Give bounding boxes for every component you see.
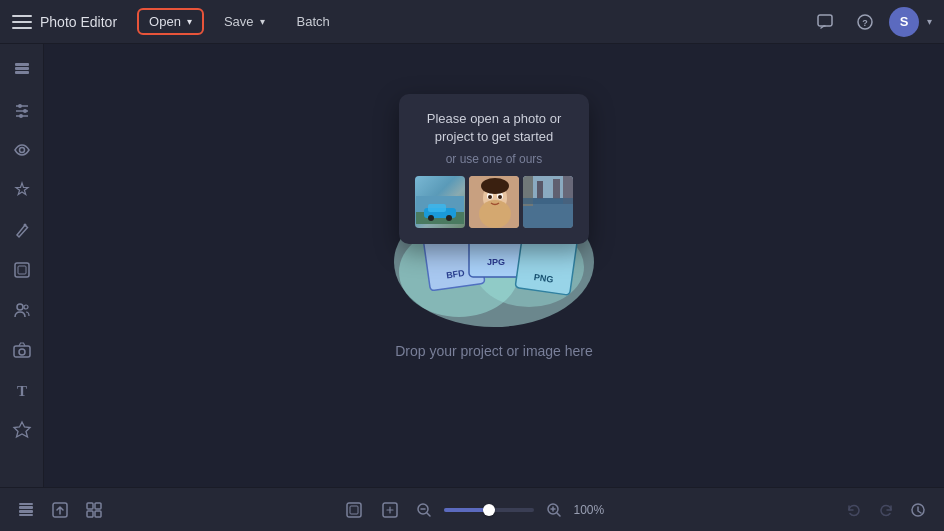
sidebar-item-text[interactable]: T — [4, 372, 40, 408]
svg-text:T: T — [17, 383, 27, 399]
header-right: ? S ▾ — [809, 6, 932, 38]
drop-text: Drop your project or image here — [395, 343, 593, 359]
export-bottom-icon[interactable] — [46, 496, 74, 524]
svg-rect-40 — [537, 181, 543, 199]
svg-text:JPG: JPG — [487, 257, 505, 267]
svg-point-27 — [446, 215, 452, 221]
grid-bottom-icon[interactable] — [80, 496, 108, 524]
svg-rect-64 — [347, 503, 361, 517]
zoom-controls: 100% — [340, 496, 609, 524]
svg-point-13 — [23, 224, 26, 227]
zoom-thumb[interactable] — [483, 504, 495, 516]
transform-icon[interactable] — [376, 496, 404, 524]
sidebar-item-retouch[interactable] — [4, 212, 40, 248]
sidebar-item-camera[interactable] — [4, 332, 40, 368]
svg-rect-61 — [95, 503, 101, 509]
history-button[interactable] — [904, 496, 932, 524]
svg-point-34 — [498, 195, 502, 199]
redo-button[interactable] — [872, 496, 900, 524]
open-chevron-icon: ▾ — [187, 16, 192, 27]
svg-rect-41 — [553, 179, 560, 199]
svg-point-33 — [488, 195, 492, 199]
svg-rect-42 — [523, 198, 573, 204]
svg-rect-57 — [19, 510, 33, 513]
zoom-slider[interactable] — [444, 508, 534, 512]
svg-point-12 — [19, 148, 24, 153]
svg-rect-14 — [15, 263, 29, 277]
undo-button[interactable] — [840, 496, 868, 524]
svg-point-7 — [18, 104, 22, 108]
svg-rect-63 — [95, 511, 101, 517]
svg-rect-65 — [350, 506, 358, 514]
thumbnail-car[interactable] — [415, 176, 465, 228]
svg-point-19 — [19, 349, 25, 355]
header: Photo Editor Open ▾ Save ▾ Batch ? S ▾ — [0, 0, 944, 44]
sidebar-item-overlay[interactable] — [4, 252, 40, 288]
sidebar-item-badge[interactable] — [4, 412, 40, 448]
svg-line-69 — [427, 513, 430, 516]
svg-rect-0 — [818, 15, 832, 26]
frame-icon[interactable] — [340, 496, 368, 524]
popup-title: Please open a photo or project to get st… — [415, 110, 573, 146]
save-chevron-icon: ▾ — [260, 16, 265, 27]
svg-point-17 — [24, 305, 28, 309]
bottom-bar: 100% — [0, 487, 944, 531]
avatar-chevron-icon[interactable]: ▾ — [927, 16, 932, 27]
svg-text:?: ? — [862, 18, 868, 28]
zoom-value: 100% — [574, 503, 609, 517]
popup-thumbnails — [415, 176, 573, 228]
app-title: Photo Editor — [40, 14, 117, 30]
layers-bottom-icon[interactable] — [12, 496, 40, 524]
sidebar-item-eye[interactable] — [4, 132, 40, 168]
sidebar-item-adjustments[interactable] — [4, 92, 40, 128]
bottom-center: 100% — [116, 496, 832, 524]
svg-point-26 — [428, 215, 434, 221]
svg-rect-55 — [19, 506, 33, 509]
save-button[interactable]: Save ▾ — [212, 9, 277, 34]
zoom-out-button[interactable] — [412, 498, 436, 522]
svg-rect-60 — [87, 503, 93, 509]
svg-rect-15 — [18, 266, 26, 274]
svg-line-73 — [557, 513, 560, 516]
svg-rect-3 — [15, 67, 29, 70]
zoom-in-button[interactable] — [542, 498, 566, 522]
menu-icon[interactable] — [12, 15, 32, 29]
popup-sub: or use one of ours — [415, 152, 573, 166]
app-logo: Photo Editor — [12, 14, 117, 30]
svg-rect-25 — [428, 204, 446, 212]
thumbnail-face[interactable] — [469, 176, 519, 228]
open-button[interactable]: Open ▾ — [137, 8, 204, 35]
thumbnail-canal[interactable] — [523, 176, 573, 228]
main-layout: T Please open a photo or project to get … — [0, 44, 944, 487]
svg-marker-21 — [14, 422, 30, 437]
sidebar-item-layers[interactable] — [4, 52, 40, 88]
avatar[interactable]: S — [889, 7, 919, 37]
svg-rect-5 — [15, 71, 29, 74]
sidebar-item-effects[interactable] — [4, 172, 40, 208]
sidebar: T — [0, 44, 44, 487]
open-popup: Please open a photo or project to get st… — [399, 94, 589, 244]
svg-rect-56 — [19, 503, 33, 505]
svg-point-11 — [19, 114, 23, 118]
sidebar-item-people[interactable] — [4, 292, 40, 328]
batch-button[interactable]: Batch — [285, 9, 342, 34]
svg-point-9 — [23, 109, 27, 113]
help-icon[interactable]: ? — [849, 6, 881, 38]
svg-rect-58 — [19, 514, 33, 516]
svg-rect-62 — [87, 511, 93, 517]
svg-point-16 — [17, 304, 23, 310]
comment-icon[interactable] — [809, 6, 841, 38]
canvas-area[interactable]: Please open a photo or project to get st… — [44, 44, 944, 487]
svg-rect-4 — [15, 63, 29, 66]
bottom-right — [840, 496, 932, 524]
svg-point-35 — [481, 178, 509, 194]
bottom-left-tools — [12, 496, 108, 524]
